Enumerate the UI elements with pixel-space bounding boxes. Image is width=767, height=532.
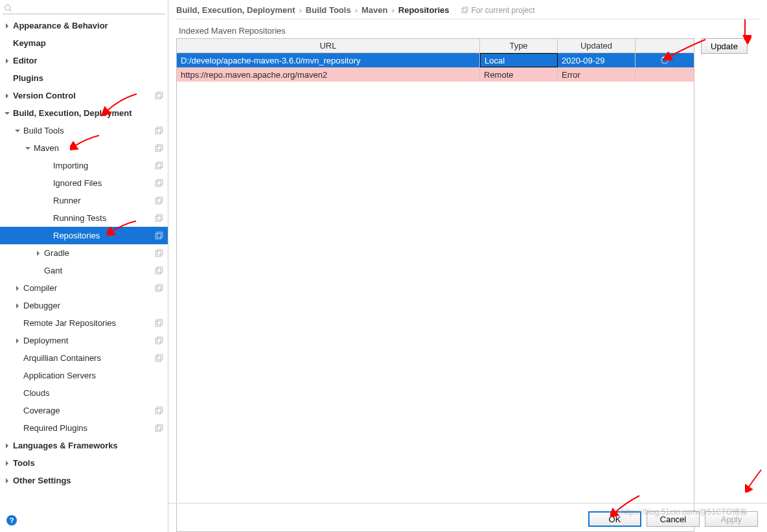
svg-rect-28	[155, 356, 161, 361]
chevron-right-icon[interactable]	[4, 23, 10, 29]
sidebar-item[interactable]: Editor	[0, 52, 168, 69]
spacer	[44, 233, 51, 239]
sidebar-item-label: Runner	[53, 196, 168, 205]
sidebar-item[interactable]: Required Plugins	[0, 419, 168, 437]
sidebar-item[interactable]: Compiler	[0, 279, 168, 297]
sidebar-item[interactable]: Gant	[0, 262, 168, 279]
svg-point-0	[5, 5, 10, 10]
column-header-url[interactable]: URL	[177, 39, 480, 52]
cell-url: https://repo.maven.apache.org/maven2	[177, 67, 480, 82]
chevron-right-icon[interactable]	[4, 93, 10, 99]
table-row[interactable]: https://repo.maven.apache.org/maven2 Rem…	[177, 67, 694, 82]
sidebar-item[interactable]: Tools	[0, 454, 168, 472]
sidebar-item[interactable]: Remote Jar Repositories	[0, 314, 168, 332]
copy-icon	[155, 406, 164, 415]
sidebar-item-label: Other Settings	[13, 476, 168, 485]
column-header-indicator	[635, 39, 694, 52]
copy-icon	[155, 354, 164, 363]
sidebar-item[interactable]: Repositories	[0, 227, 168, 244]
spinner-icon	[661, 56, 669, 64]
spacer	[44, 215, 51, 222]
breadcrumb-item[interactable]: Build, Execution, Deployment	[176, 5, 295, 15]
sidebar-item-label: Editor	[13, 56, 168, 65]
svg-rect-13	[157, 197, 163, 202]
sidebar-item[interactable]: Arquillian Containers	[0, 349, 168, 367]
sidebar-item[interactable]: Coverage	[0, 402, 168, 419]
column-header-updated[interactable]: Updated	[558, 39, 635, 52]
sidebar-item[interactable]: Application Servers	[0, 367, 168, 384]
copy-icon	[155, 319, 164, 328]
copy-icon	[461, 6, 469, 14]
svg-rect-23	[157, 284, 163, 290]
sidebar-item-label: Build, Execution, Deployment	[13, 108, 168, 118]
sidebar-search[interactable]	[3, 3, 165, 14]
sidebar-item[interactable]: Build, Execution, Deployment	[0, 104, 168, 122]
breadcrumb-item[interactable]: Maven	[361, 5, 387, 15]
sidebar-item[interactable]: Runner	[0, 192, 168, 209]
chevron-down-icon[interactable]	[25, 145, 31, 152]
breadcrumb-current: Repositories	[398, 5, 450, 15]
spacer	[14, 320, 21, 327]
sidebar-item-label: Tools	[13, 458, 168, 468]
copy-icon	[155, 144, 164, 153]
chevron-right-icon[interactable]	[4, 460, 10, 467]
search-icon	[4, 4, 13, 13]
column-header-type[interactable]: Type	[480, 39, 558, 52]
svg-rect-14	[155, 216, 161, 221]
sidebar-item[interactable]: Ignored Files	[0, 174, 168, 192]
sidebar-item[interactable]: Running Tests	[0, 209, 168, 227]
update-button[interactable]: Update	[701, 38, 748, 54]
sidebar-item-label: Arquillian Containers	[23, 353, 168, 363]
svg-rect-17	[157, 232, 163, 237]
settings-sidebar: Appearance & BehaviorKeymapEditorPlugins…	[0, 0, 168, 532]
sidebar-item[interactable]: Maven	[0, 139, 168, 157]
copy-icon	[155, 91, 164, 100]
sidebar-item-label: Plugins	[13, 73, 168, 83]
chevron-down-icon[interactable]	[4, 110, 10, 117]
chevron-right-icon[interactable]	[4, 58, 10, 64]
sidebar-item[interactable]: Clouds	[0, 384, 168, 402]
chevron-right-icon: ›	[355, 5, 358, 15]
chevron-right-icon[interactable]	[4, 478, 10, 484]
sidebar-item[interactable]: Deployment	[0, 332, 168, 349]
sidebar-item[interactable]: Appearance & Behavior	[0, 17, 168, 34]
sidebar-item[interactable]: Other Settings	[0, 472, 168, 489]
table-row[interactable]: D:/develop/apache-maven-3.6.0/mvn_reposi…	[177, 53, 694, 67]
copy-icon	[155, 249, 164, 258]
spacer	[14, 373, 21, 379]
svg-rect-7	[157, 145, 163, 150]
sidebar-item-label: Deployment	[23, 336, 168, 345]
breadcrumb-item[interactable]: Build Tools	[306, 5, 351, 15]
sidebar-item[interactable]: Importing	[0, 157, 168, 174]
svg-rect-26	[155, 338, 161, 343]
watermark: https://blog.51cto.com/@51CTO博客	[621, 507, 748, 518]
chevron-down-icon[interactable]	[14, 128, 21, 134]
sidebar-item[interactable]: Gradle	[0, 244, 168, 262]
sidebar-item[interactable]: Debugger	[0, 297, 168, 314]
svg-rect-22	[155, 286, 161, 291]
sidebar-item[interactable]: Plugins	[0, 69, 168, 87]
svg-rect-6	[155, 146, 161, 151]
copy-icon	[155, 266, 164, 275]
chevron-right-icon[interactable]	[35, 250, 41, 257]
chevron-right-icon[interactable]	[14, 285, 21, 292]
sidebar-item-label: Languages & Frameworks	[13, 441, 168, 450]
cell-indicator	[635, 53, 694, 67]
help-button[interactable]: ?	[6, 515, 17, 526]
copy-icon	[155, 336, 164, 345]
svg-rect-29	[157, 354, 163, 360]
settings-main: Build, Execution, Deployment › Build Too…	[168, 0, 767, 532]
cell-type: Local	[480, 53, 558, 67]
section-label: Indexed Maven Repositories	[179, 26, 759, 36]
sidebar-item-label: Version Control	[13, 91, 168, 100]
sidebar-item[interactable]: Languages & Frameworks	[0, 437, 168, 454]
chevron-right-icon[interactable]	[14, 338, 21, 344]
sidebar-item[interactable]: Build Tools	[0, 122, 168, 139]
copy-icon	[155, 179, 164, 188]
sidebar-item[interactable]: Keymap	[0, 34, 168, 52]
svg-rect-2	[155, 93, 161, 98]
chevron-right-icon[interactable]	[4, 443, 10, 449]
copy-icon	[155, 284, 164, 293]
sidebar-item[interactable]: Version Control	[0, 87, 168, 104]
chevron-right-icon[interactable]	[14, 303, 21, 309]
